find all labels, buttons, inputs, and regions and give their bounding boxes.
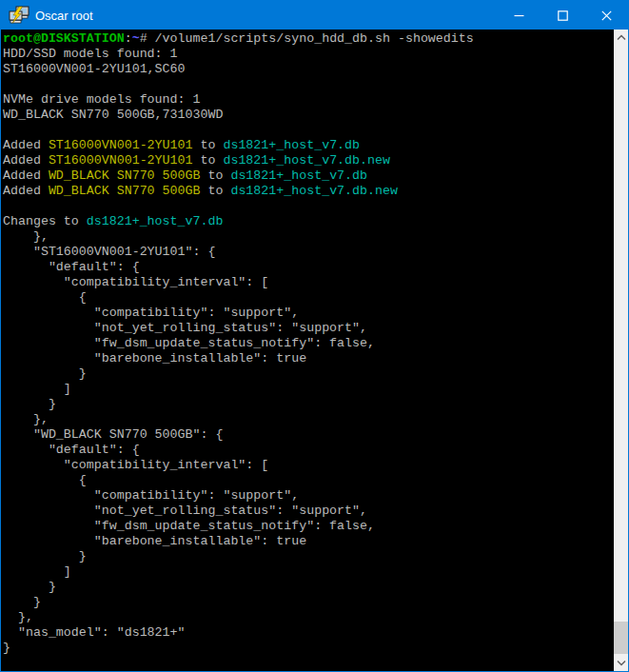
- terminal-line: "fw_dsm_update_status_notify": false,: [3, 519, 614, 534]
- text-segment: "default": {: [3, 443, 140, 457]
- text-segment: HDD/SSD models found: 1: [3, 47, 178, 61]
- text-segment: :: [125, 31, 132, 46]
- text-segment: ST16000VN001-2YU101: [49, 153, 193, 168]
- text-segment: to: [193, 138, 224, 152]
- text-segment: to: [200, 168, 230, 183]
- text-segment: }: [3, 549, 87, 563]
- terminal-line: Added WD_BLACK SN770 500GB to ds1821+_ho…: [3, 168, 614, 184]
- terminal-line: Added WD_BLACK SN770 500GB to ds1821+_ho…: [3, 184, 614, 199]
- terminal-line: "default": {: [3, 443, 614, 458]
- terminal-line: "not_yet_rolling_status": "support",: [3, 504, 614, 519]
- terminal-line: WD_BLACK SN770 500GB,731030WD: [3, 108, 614, 123]
- terminal-line: },: [3, 610, 614, 625]
- text-segment: "compatibility_interval": [: [3, 458, 268, 472]
- chevron-down-icon: [617, 660, 626, 666]
- terminal-output[interactable]: root@DISKSTATION:~# /volume1/scripts/syn…: [1, 30, 614, 671]
- text-segment: "compatibility": "support",: [3, 488, 299, 503]
- terminal-line: "ST16000VN001-2YU101": {: [3, 245, 614, 260]
- text-segment: }: [3, 397, 56, 411]
- text-segment: Added: [3, 168, 49, 183]
- text-segment: ds1821+_host_v7.db.new: [230, 184, 398, 198]
- terminal-line: ]: [3, 564, 614, 580]
- terminal-line: ST16000VN001-2YU101,SC60: [3, 62, 614, 77]
- text-segment: NVMe drive models found: 1: [3, 92, 200, 107]
- text-segment: "not_yet_rolling_status": "support",: [3, 504, 367, 518]
- terminal-line: HDD/SSD models found: 1: [3, 47, 614, 62]
- text-segment: Added: [3, 184, 49, 198]
- text-segment: "compatibility": "support",: [3, 306, 299, 320]
- text-segment: Changes to: [3, 214, 87, 228]
- text-segment: ds1821+_host_v7.db: [223, 138, 360, 152]
- chevron-up-icon: [617, 34, 626, 41]
- text-segment: WD_BLACK SN770 500GB: [49, 168, 201, 183]
- text-segment: }: [3, 366, 87, 381]
- window-body: root@DISKSTATION:~# /volume1/scripts/syn…: [1, 30, 628, 671]
- text-segment: }: [3, 641, 10, 655]
- scrollbar[interactable]: [614, 30, 628, 671]
- text-segment: ]: [3, 564, 71, 579]
- scrollbar-thumb[interactable]: [614, 622, 628, 654]
- terminal-line: }: [3, 366, 614, 382]
- text-segment: "nas_model": "ds1821+": [3, 625, 186, 640]
- minimize-icon: [514, 10, 524, 21]
- scroll-up-button[interactable]: [614, 30, 628, 46]
- text-segment: Added: [3, 153, 49, 168]
- putty-window: Oscar root root@DISKSTATION:~# /volume1/…: [0, 0, 629, 672]
- terminal-line: {: [3, 290, 614, 306]
- terminal-line: [3, 123, 614, 138]
- text-segment: to: [200, 184, 230, 198]
- terminal-line: "default": {: [3, 260, 614, 275]
- terminal-line: [3, 199, 614, 214]
- terminal-line: },: [3, 412, 614, 427]
- terminal-line: }: [3, 641, 614, 656]
- text-segment: "compatibility_interval": [: [3, 275, 268, 289]
- text-segment: },: [3, 610, 33, 624]
- text-segment: "fw_dsm_update_status_notify": false,: [3, 336, 375, 350]
- terminal-line: Changes to ds1821+_host_v7.db: [3, 214, 614, 229]
- text-segment: to: [193, 153, 224, 168]
- title-bar[interactable]: Oscar root: [1, 1, 628, 30]
- terminal-line: "compatibility_interval": [: [3, 458, 614, 473]
- terminal-line: ]: [3, 382, 614, 397]
- terminal-line: }: [3, 397, 614, 412]
- terminal-line: "compatibility": "support",: [3, 306, 614, 321]
- text-segment: {: [3, 473, 87, 487]
- text-segment: "not_yet_rolling_status": "support",: [3, 321, 367, 335]
- maximize-button[interactable]: [541, 1, 584, 30]
- text-segment: "default": {: [3, 260, 140, 274]
- terminal-line: "barebone_installable": true: [3, 351, 614, 366]
- terminal-line: "WD_BLACK SN770 500GB": {: [3, 427, 614, 443]
- terminal-line: "not_yet_rolling_status": "support",: [3, 321, 614, 336]
- text-segment: {: [3, 290, 87, 305]
- putty-icon: [9, 6, 29, 25]
- terminal-line: [3, 77, 614, 92]
- minimize-button[interactable]: [497, 1, 541, 30]
- scrollbar-track[interactable]: [614, 46, 628, 655]
- text-segment: Added: [3, 138, 49, 152]
- terminal-line: root@DISKSTATION:~# /volume1/scripts/syn…: [3, 31, 614, 47]
- text-segment: ST16000VN001-2YU101,SC60: [3, 62, 186, 76]
- text-segment: "ST16000VN001-2YU101": {: [3, 245, 215, 259]
- window-title: Oscar root: [35, 9, 93, 23]
- terminal-line: }: [3, 580, 614, 595]
- text-segment: },: [3, 412, 49, 426]
- text-segment: }: [3, 580, 56, 594]
- terminal-line: "barebone_installable": true: [3, 534, 614, 549]
- terminal-line: }: [3, 549, 614, 564]
- terminal-line: },: [3, 229, 614, 245]
- close-icon: [601, 10, 612, 21]
- text-segment: ]: [3, 382, 71, 396]
- terminal-line: "compatibility_interval": [: [3, 275, 614, 290]
- text-segment: ~: [132, 31, 140, 46]
- text-segment: root@DISKSTATION: [3, 31, 125, 46]
- maximize-icon: [558, 10, 568, 21]
- close-button[interactable]: [584, 1, 628, 30]
- terminal-line: "compatibility": "support",: [3, 488, 614, 504]
- terminal-line: "fw_dsm_update_status_notify": false,: [3, 336, 614, 351]
- text-segment: WD_BLACK SN770 500GB,731030WD: [3, 108, 223, 122]
- text-segment: ds1821+_host_v7.db.new: [223, 153, 390, 168]
- terminal-line: Added ST16000VN001-2YU101 to ds1821+_hos…: [3, 153, 614, 168]
- terminal-line: NVMe drive models found: 1: [3, 92, 614, 108]
- scroll-down-button[interactable]: [614, 655, 628, 671]
- text-segment: },: [3, 229, 49, 244]
